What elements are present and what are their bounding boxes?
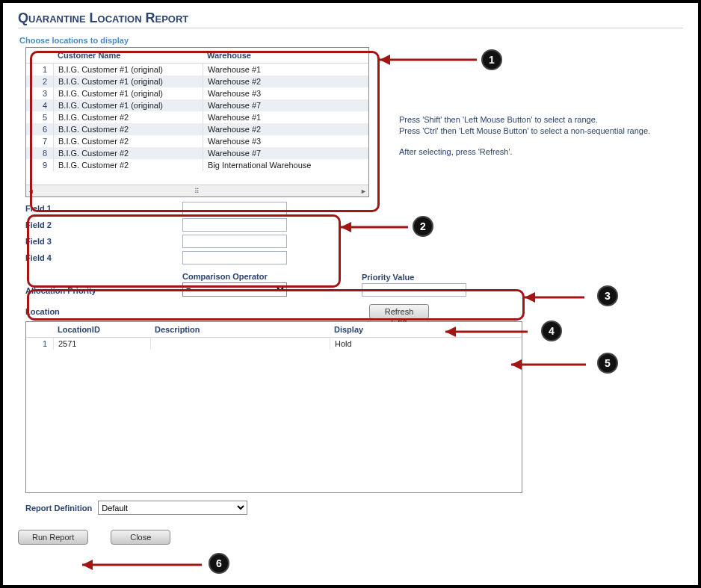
customer-cell: B.I.G. Customer #2 <box>53 111 203 123</box>
field4-input[interactable] <box>182 251 287 264</box>
location-grid[interactable]: LocationID Description Display 12571Hold <box>25 321 522 493</box>
page-title: Quarantine Location Report <box>18 10 683 28</box>
table-row[interactable]: 9B.I.G. Customer #2Big International War… <box>26 159 368 171</box>
customer-cell: B.I.G. Customer #1 (original) <box>53 75 203 87</box>
priority-value-label: Priority Value <box>362 273 511 282</box>
customer-cell: B.I.G. Customer #1 (original) <box>53 99 203 111</box>
row-index: 8 <box>26 147 53 159</box>
priority-value-input[interactable] <box>362 283 466 297</box>
warehouse-cell: Warehouse #2 <box>203 75 368 87</box>
warehouse-cell: Big International Warehouse <box>203 159 368 171</box>
display-cell: Hold <box>330 338 522 350</box>
table-row[interactable]: 1B.I.G. Customer #1 (original)Warehouse … <box>26 64 368 75</box>
callout-number-1: 1 <box>481 49 502 70</box>
scroll-left-icon[interactable]: ◄ <box>28 188 34 195</box>
description-header[interactable]: Description <box>150 322 330 337</box>
row-number-header <box>26 48 53 63</box>
field3-label: Field 3 <box>25 237 182 246</box>
customer-cell: B.I.G. Customer #1 (original) <box>53 64 203 75</box>
refresh-grid-button[interactable]: Refresh Grid <box>369 304 429 319</box>
field3-input[interactable] <box>182 235 287 248</box>
callout-number-6: 6 <box>209 553 229 574</box>
grid1-body[interactable]: 1B.I.G. Customer #1 (original)Warehouse … <box>26 64 368 185</box>
horizontal-scrollbar[interactable]: ◄ ⠿ ► <box>26 185 368 196</box>
comparison-operator-label: Comparison Operator <box>182 272 362 281</box>
svg-marker-11 <box>82 560 93 570</box>
warehouse-cell: Warehouse #1 <box>203 64 368 75</box>
arrow-6 <box>82 556 217 574</box>
customer-cell: B.I.G. Customer #2 <box>53 147 203 159</box>
field1-label: Field 1 <box>25 204 182 213</box>
row-index: 9 <box>26 159 53 171</box>
arrow-5 <box>511 356 601 374</box>
callout-number-5: 5 <box>597 353 618 374</box>
table-row[interactable]: 2B.I.G. Customer #1 (original)Warehouse … <box>26 75 368 87</box>
selection-instructions: Press 'Shift' then 'Left Mouse Button' t… <box>399 114 650 167</box>
scroll-right-icon[interactable]: ► <box>360 188 367 195</box>
loc-row-number-header <box>26 322 53 337</box>
row-index: 5 <box>26 111 53 123</box>
field4-label: Field 4 <box>25 253 182 262</box>
arrow-2 <box>341 218 423 236</box>
table-row[interactable]: 8B.I.G. Customer #2Warehouse #7 <box>26 147 368 159</box>
field2-input[interactable] <box>182 218 287 232</box>
callout-number-3: 3 <box>597 285 618 306</box>
callout-number-4: 4 <box>541 321 562 341</box>
report-definition-select[interactable]: Default <box>98 501 247 515</box>
table-row[interactable]: 4B.I.G. Customer #1 (original)Warehouse … <box>26 99 368 111</box>
choose-locations-label: Choose locations to display <box>19 36 683 45</box>
warehouse-header[interactable]: Warehouse <box>203 48 368 63</box>
table-row[interactable]: 3B.I.G. Customer #1 (original)Warehouse … <box>26 87 368 99</box>
customer-cell: B.I.G. Customer #1 (original) <box>53 87 203 99</box>
location-label: Location <box>25 307 369 316</box>
row-index: 3 <box>26 87 53 99</box>
customer-cell: B.I.G. Customer #2 <box>53 123 203 135</box>
customer-cell: B.I.G. Customer #2 <box>53 159 203 171</box>
row-index: 1 <box>26 338 53 350</box>
warehouse-cell: Warehouse #3 <box>203 135 368 147</box>
field1-input[interactable] <box>182 202 287 215</box>
table-row[interactable]: 7B.I.G. Customer #2Warehouse #3 <box>26 135 368 147</box>
row-index: 7 <box>26 135 53 147</box>
svg-marker-3 <box>341 222 351 232</box>
customer-warehouse-grid[interactable]: Customer Name Warehouse 1B.I.G. Customer… <box>25 47 369 197</box>
warehouse-cell: Warehouse #3 <box>203 87 368 99</box>
table-row[interactable]: 6B.I.G. Customer #2Warehouse #2 <box>26 123 368 135</box>
warehouse-cell: Warehouse #1 <box>203 111 368 123</box>
row-index: 2 <box>26 75 53 87</box>
callout-number-2: 2 <box>413 216 433 237</box>
description-cell <box>150 338 330 350</box>
warehouse-cell: Warehouse #7 <box>203 147 368 159</box>
row-index: 1 <box>26 64 53 75</box>
table-row[interactable]: 12571Hold <box>26 338 522 350</box>
row-index: 6 <box>26 123 53 135</box>
comparison-operator-select[interactable]: = <box>182 282 287 297</box>
warehouse-cell: Warehouse #2 <box>203 123 368 135</box>
run-report-button[interactable]: Run Report <box>18 530 88 545</box>
table-row[interactable]: 5B.I.G. Customer #2Warehouse #1 <box>26 111 368 123</box>
close-button[interactable]: Close <box>111 530 170 545</box>
allocation-priority-label: Allocation Priority <box>25 286 182 295</box>
scroll-grip[interactable]: ⠿ <box>194 188 200 195</box>
locationid-header[interactable]: LocationID <box>53 322 150 337</box>
customer-name-header[interactable]: Customer Name <box>53 48 203 63</box>
report-definition-label: Report Definition <box>25 504 92 513</box>
warehouse-cell: Warehouse #7 <box>203 99 368 111</box>
row-index: 4 <box>26 99 53 111</box>
display-header[interactable]: Display <box>330 322 522 337</box>
locationid-cell: 2571 <box>53 338 150 350</box>
field2-label: Field 2 <box>25 220 182 229</box>
customer-cell: B.I.G. Customer #2 <box>53 135 203 147</box>
